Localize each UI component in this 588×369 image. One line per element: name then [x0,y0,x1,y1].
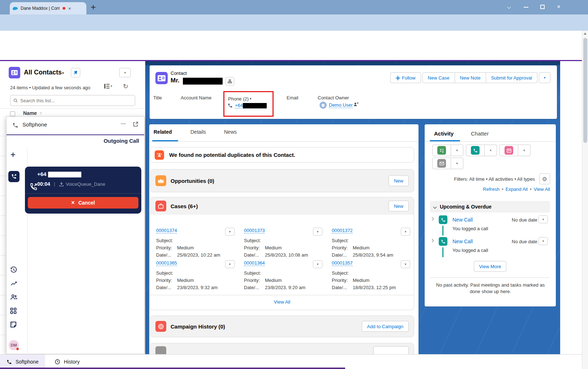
display-as-button[interactable]: ▾ [104,84,112,89]
new-task-button[interactable] [432,145,451,156]
new-tab-button[interactable] [91,5,95,9]
activity-item-title-link[interactable]: New Call [452,239,473,244]
activity-item-title-link[interactable]: New Call [452,217,473,223]
change-owner-icon[interactable] [353,102,359,107]
case-number-link[interactable]: 00001365 [156,260,177,266]
case-actions-dropdown[interactable]: ▾ [225,228,235,236]
case-actions-dropdown[interactable]: ▾ [401,260,410,268]
submit-for-approval-button[interactable]: Submit for Approval [486,72,537,83]
tab-chatter[interactable]: Chatter [471,130,489,137]
campaign-history-header[interactable]: Campaign History (0) Add to Campaign [150,316,414,337]
stats-chart-icon[interactable] [10,280,17,287]
call-dropdown-button[interactable]: ▾ [485,145,497,156]
dropdown-icon: ▾ [317,230,319,233]
cases-title[interactable]: Cases (6+) [171,203,198,209]
clipped-section-header[interactable] [150,343,414,354]
case-actions-dropdown[interactable]: ▾ [401,228,410,236]
tab-details[interactable]: Details [190,129,206,135]
page-scrollbar[interactable] [582,31,588,369]
owner-link[interactable]: Demo User [329,102,353,108]
tab-related[interactable]: Related [154,129,172,135]
date-value: 18/8/2023, 12:25 pm [353,285,396,290]
refresh-list-icon[interactable]: ↻ [123,82,128,90]
new-call-plus-button[interactable] [9,151,18,160]
view-more-button[interactable]: View More [474,261,506,272]
scrollbar-thumb[interactable] [583,38,587,143]
more-actions-dropdown-button[interactable]: ▾ [539,72,550,83]
case-number-link[interactable]: 00001357 [332,260,353,266]
popout-icon[interactable] [133,121,138,127]
window-close-button[interactable]: × [557,3,561,10]
case-number-link[interactable]: 00001373 [244,228,265,233]
contacts-object-icon [9,67,20,78]
event-dropdown-button[interactable]: ▾ [518,145,531,156]
opportunities-title[interactable]: Opportunities (0) [171,178,214,184]
expand-item-chevron-icon[interactable] [430,217,434,221]
case-actions-dropdown[interactable]: ▾ [313,228,322,236]
cases-view-all-link[interactable]: View All [150,299,414,305]
opportunities-header[interactable]: Opportunities (0) New [150,170,414,192]
window-maximize-button[interactable] [540,5,545,9]
refresh-link[interactable]: Refresh [483,186,500,192]
add-to-campaign-button[interactable]: Add to Campaign [362,321,409,332]
clipped-section-button[interactable] [373,346,409,354]
notes-icon[interactable] [10,321,17,328]
cases-header[interactable]: Cases (6+) New [150,197,414,215]
field-label-owner: Contact Owner [318,95,349,100]
email-dropdown-button[interactable]: ▾ [451,158,463,169]
activity-item-dropdown[interactable]: ▾ [538,237,548,245]
case-actions-dropdown[interactable]: ▾ [225,260,235,268]
active-call-tab-button[interactable] [8,171,20,182]
list-search-input[interactable] [20,98,132,103]
new-case-button[interactable]: New [389,201,409,211]
case-number-link[interactable]: 00001372 [332,228,353,233]
list-view-selector-icon[interactable]: ▾ [62,72,64,75]
cancel-call-button[interactable]: × Cancel [28,197,138,209]
console-content: All Contacts ▾ ▾ 24 items • Updated a fe… [0,61,588,354]
timeline-connector [442,247,443,257]
email-button[interactable] [432,158,451,169]
select-all-checkbox[interactable] [10,111,15,116]
activity-settings-gear-button[interactable]: ⚙ [539,173,550,184]
utility-softphone-tab[interactable]: Softphone [0,355,45,369]
task-dropdown-button[interactable]: ▾ [451,145,463,156]
list-search-box[interactable] [10,95,135,106]
list-view-title[interactable]: All Contacts [24,69,62,76]
case-number-link[interactable]: 00001364 [244,260,265,266]
pin-list-button[interactable] [71,68,80,77]
utility-history-tab[interactable]: History [48,355,86,369]
contacts-people-icon[interactable] [10,294,18,300]
priority-value: Medium [265,278,282,283]
upcoming-overdue-section-header[interactable]: Upcoming & Overdue [430,201,550,213]
follow-button[interactable]: Follow [390,72,421,83]
apps-grid-icon[interactable] [10,308,17,314]
new-note-button[interactable]: New Note [455,72,486,83]
subject-label: Subject: [244,238,261,243]
scrollbar-up-arrow[interactable] [584,33,587,35]
case-actions-dropdown[interactable]: ▾ [313,260,322,268]
expand-item-chevron-icon[interactable] [430,239,434,243]
list-actions-dropdown-button[interactable]: ▾ [119,68,131,77]
org-chart-button[interactable] [226,77,234,86]
expand-all-link[interactable]: Expand All [506,186,528,192]
call-history-icon[interactable] [10,266,17,274]
case-number-link[interactable]: 00001374 [156,228,177,233]
tab-news[interactable]: News [224,129,237,135]
opportunity-icon [155,175,166,186]
view-all-link[interactable]: View All [534,186,550,192]
tab-activity[interactable]: Activity [434,130,454,137]
campaign-history-title[interactable]: Campaign History (0) [171,323,225,330]
priority-value: Medium [177,278,194,283]
new-case-button[interactable]: New Case [422,72,455,83]
minimize-panel-icon[interactable]: — [121,120,126,126]
new-event-button[interactable] [499,145,518,156]
new-opportunity-button[interactable]: New [389,175,409,186]
record-main-column: Related Details News We found no potenti… [149,124,419,354]
browser-tab[interactable]: Dane Maddox | Contact | Sal × [10,2,86,14]
name-column-header[interactable]: Name [23,110,37,116]
tab-close-icon[interactable]: × [68,6,71,11]
log-call-button[interactable] [466,145,485,156]
tab-search-chevron-icon[interactable] [508,6,510,8]
window-minimize-button[interactable] [524,7,528,8]
activity-item-dropdown[interactable]: ▾ [538,215,548,223]
